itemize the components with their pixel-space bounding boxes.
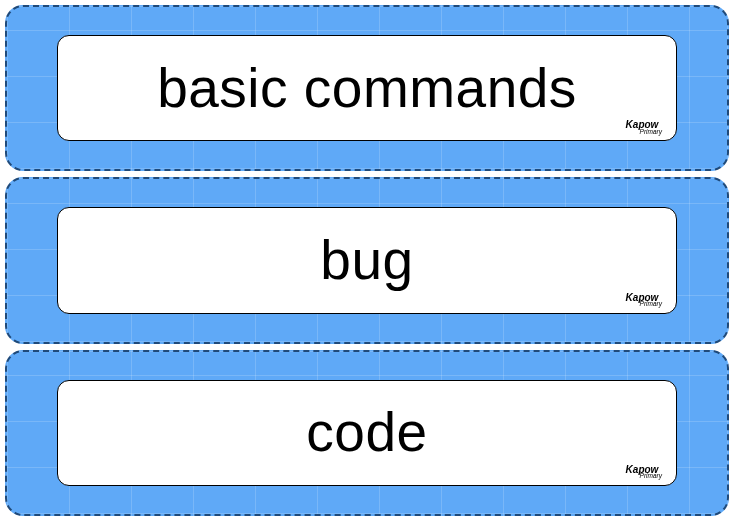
word-box: basic commands Kapow Primary bbox=[57, 35, 677, 141]
word-text: basic commands bbox=[157, 61, 577, 116]
vocab-card: code Kapow Primary bbox=[5, 350, 729, 516]
brand-logo: Kapow Primary bbox=[626, 294, 662, 307]
word-box: code Kapow Primary bbox=[57, 380, 677, 486]
word-box: bug Kapow Primary bbox=[57, 207, 677, 313]
word-text: bug bbox=[320, 233, 413, 288]
vocab-card: basic commands Kapow Primary bbox=[5, 5, 729, 171]
brand-logo: Kapow Primary bbox=[626, 121, 662, 134]
brand-logo: Kapow Primary bbox=[626, 466, 662, 479]
vocab-card: bug Kapow Primary bbox=[5, 177, 729, 343]
word-text: code bbox=[306, 405, 427, 460]
